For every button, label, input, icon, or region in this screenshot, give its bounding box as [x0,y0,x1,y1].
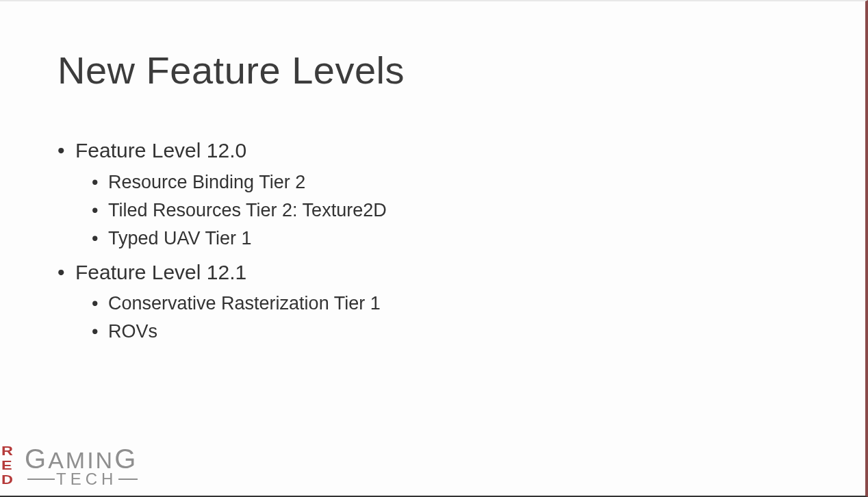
logo-redgamingtech: R E D GAMING TECH [1,445,166,486]
logo-red-letters: R E D [1,445,22,486]
bullet-label: Feature Level 12.1 [75,261,246,283]
bullet-level-121: Feature Level 12.1 Conservative Rasteriz… [58,257,824,346]
sub-bullet: Resource Binding Tier 2 [92,168,824,196]
sub-bullet: Tiled Resources Tier 2: Texture2D [92,196,824,225]
logo-tech-text: TECH [56,470,117,489]
logo-bar-icon [118,479,138,480]
sub-bullet: Typed UAV Tier 1 [92,225,824,253]
slide-title: New Feature Levels [58,48,405,92]
slide: New Feature Levels Feature Level 12.0 Re… [0,0,868,497]
logo-tech: TECH [27,470,138,489]
sub-bullet: Conservative Rasterization Tier 1 [92,290,824,318]
logo-red-d: D [1,474,28,486]
slide-content: Feature Level 12.0 Resource Binding Tier… [58,135,824,346]
logo-bar-icon [27,479,55,480]
bullet-level-120: Feature Level 12.0 Resource Binding Tier… [58,135,824,253]
sub-bullet: ROVs [92,318,824,346]
bullet-label: Feature Level 12.0 [75,139,246,162]
